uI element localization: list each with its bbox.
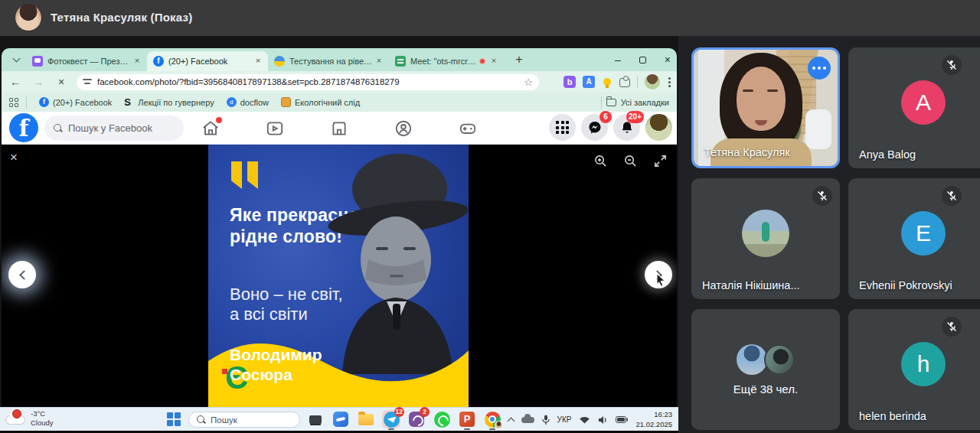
previous-photo-button[interactable] <box>8 261 36 288</box>
participant-tile-anya[interactable]: A Anya Balog <box>848 47 980 168</box>
chevron-down-icon <box>12 55 20 63</box>
participant-tile-natalia[interactable]: Наталія Нікішина... <box>691 178 840 299</box>
avatar-photo <box>742 210 789 257</box>
onedrive-icon[interactable] <box>521 417 534 423</box>
zoom-out-icon[interactable] <box>623 154 638 171</box>
tab-facebook[interactable]: f (20+) Facebook × <box>147 51 268 71</box>
forward-button[interactable]: → <box>29 73 47 91</box>
window-minimize-button[interactable]: – <box>615 54 621 65</box>
participant-tile-evhenii[interactable]: E Evhenii Pokrovskyi <box>848 178 980 299</box>
bookmark-facebook[interactable]: f (20+) Facebook <box>39 97 112 107</box>
tab-label: Фотоквест — Презентация <box>47 57 132 66</box>
all-bookmarks-label: Усі закладки <box>621 98 669 107</box>
bookmark-eco[interactable]: Екологічний слід <box>281 97 360 107</box>
back-button[interactable]: ← <box>6 73 24 91</box>
weather-widget[interactable]: -3°C Cloudy <box>6 409 54 428</box>
zoom-in-icon[interactable] <box>593 154 608 171</box>
weather-condition-label: Cloudy <box>31 418 54 428</box>
start-button[interactable] <box>167 412 181 427</box>
tab-close-icon[interactable]: × <box>488 56 499 67</box>
all-bookmarks-button[interactable]: Усі закладки <box>601 96 669 109</box>
media-recording-indicator-icon <box>479 58 485 64</box>
cloud-weather-icon <box>6 412 26 425</box>
folder-icon <box>358 414 374 425</box>
window-close-button[interactable]: × <box>665 54 671 65</box>
wifi-icon[interactable] <box>579 415 590 424</box>
fullscreen-icon[interactable] <box>653 154 668 171</box>
alert-badge <box>12 409 21 418</box>
microphone-tray-icon[interactable] <box>542 415 550 425</box>
site-settings-icon[interactable] <box>83 78 92 86</box>
marketplace-tab[interactable] <box>329 119 349 138</box>
speaker-icon[interactable] <box>598 415 608 425</box>
file-explorer-button[interactable] <box>357 410 375 428</box>
chrome-browser-window: Фотоквест — Презентация × f (20+) Facebo… <box>2 48 677 407</box>
widgets-icon <box>333 412 348 427</box>
tab-meet[interactable]: Meet: "ots-mrcr-hgt" × <box>389 51 504 71</box>
extension-b-icon[interactable]: b <box>564 76 576 88</box>
telegram-badge: 12 <box>394 407 404 417</box>
bookmark-star-icon[interactable]: ☆ <box>524 77 533 88</box>
language-indicator[interactable]: УКР <box>557 415 572 424</box>
tab-testing[interactable]: Тестування на рівень володі... × <box>268 51 389 71</box>
s-bookmark-icon: S <box>124 97 134 107</box>
window-restore-button[interactable] <box>639 57 646 63</box>
telegram-button[interactable]: 12 <box>382 410 400 428</box>
bookmark-lectures[interactable]: S Лекції по гувернеру <box>124 97 214 107</box>
mic-off-icon <box>942 55 962 75</box>
participant-name: Наталія Нікішина... <box>702 279 799 291</box>
taskbar-search-input[interactable]: Пошук <box>188 412 300 428</box>
notifications-button[interactable]: 20+ <box>613 114 640 141</box>
divider <box>601 96 602 109</box>
extensions-puzzle-icon[interactable] <box>619 77 630 87</box>
mouse-cursor <box>655 273 668 287</box>
chrome-menu-icon[interactable] <box>667 76 672 89</box>
translate-extension-icon[interactable]: A <box>583 76 595 88</box>
meet-favicon-icon <box>395 56 406 67</box>
messenger-badge: 6 <box>599 111 612 123</box>
participant-tile-helen[interactable]: h helen berinda <box>848 309 980 430</box>
tile-options-button[interactable] <box>808 57 831 80</box>
clock[interactable]: 16:23 21.02.2025 <box>635 410 672 429</box>
messenger-button[interactable]: 6 <box>581 114 608 141</box>
new-tab-button[interactable]: + <box>510 50 528 69</box>
facebook-profile-avatar[interactable] <box>645 114 672 141</box>
tab-search-button[interactable] <box>8 51 24 68</box>
widgets-button[interactable] <box>332 410 350 428</box>
tab-label: Meet: "ots-mrcr-hgt" <box>410 57 476 66</box>
viewer-close-icon[interactable]: × <box>10 151 18 164</box>
avatar: A <box>901 80 946 125</box>
chrome-button[interactable] <box>483 410 501 428</box>
tab-photoquest[interactable]: Фотоквест — Презентация × <box>26 51 147 71</box>
bookmark-label: docflow <box>240 98 269 107</box>
bookmark-label: Екологічний слід <box>295 98 360 107</box>
browser-toolbar: ← → × facebook.com/photo/?fbid=395684081… <box>2 71 677 93</box>
chrome-icon <box>485 412 501 428</box>
whatsapp-button[interactable] <box>433 410 451 428</box>
shared-photo: Яке прекрасне рідне слово! Воно – не сві… <box>208 145 469 407</box>
watch-tab[interactable] <box>265 119 285 138</box>
participant-tile-tetiana[interactable]: Тетяна Красуляк <box>691 47 840 168</box>
stop-loading-button[interactable]: × <box>52 73 70 91</box>
gaming-tab[interactable] <box>458 119 478 138</box>
running-indicator <box>489 428 495 431</box>
address-bar[interactable]: facebook.com/photo/?fbid=395684081789713… <box>77 74 539 90</box>
battery-icon[interactable] <box>616 416 628 423</box>
apps-grid-icon[interactable] <box>9 98 18 107</box>
tab-close-icon[interactable]: × <box>253 56 263 67</box>
facebook-menu-button[interactable] <box>549 114 576 141</box>
profile-avatar <box>495 421 503 429</box>
powerpoint-button[interactable]: P <box>458 410 476 428</box>
overflow-tile[interactable]: Ещё 38 чел. <box>691 309 840 430</box>
bookmark-docflow[interactable]: d docflow <box>227 97 269 107</box>
task-view-button[interactable] <box>306 410 325 428</box>
url-text[interactable]: facebook.com/photo/?fbid=395684081789713… <box>97 77 519 86</box>
tray-expand-icon[interactable] <box>507 418 514 425</box>
lightbulb-extension-icon[interactable] <box>603 78 611 86</box>
home-tab[interactable] <box>201 119 220 138</box>
chrome-profile-avatar[interactable] <box>645 74 660 90</box>
groups-tab[interactable] <box>394 119 413 138</box>
tab-close-icon[interactable]: × <box>374 56 384 67</box>
tab-close-icon[interactable]: × <box>132 56 142 67</box>
viber-button[interactable]: 2 <box>407 410 426 428</box>
